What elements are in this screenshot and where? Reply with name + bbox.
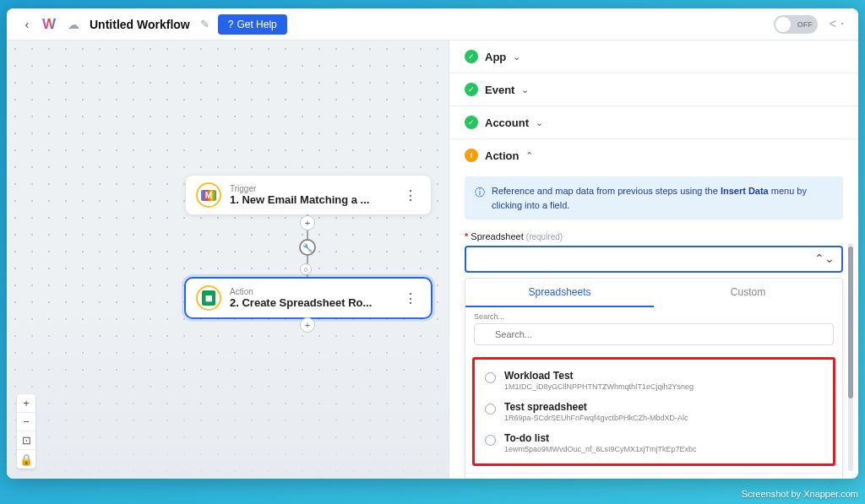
dropdown-option[interactable]: To-do list 1ewm5pao9MWvdOuc_nf_6LsI9CyMX… xyxy=(481,427,826,458)
check-icon: ✓ xyxy=(465,116,478,129)
watermark: Screenshot by Xnapper.com xyxy=(742,489,858,499)
tab-custom[interactable]: Custom xyxy=(654,279,842,307)
publish-toggle[interactable]: OFF xyxy=(774,15,818,34)
dropdown-option[interactable]: Test spreadsheet 1R69pa-SCdrSEUhFnFwqf4g… xyxy=(481,396,826,427)
zoom-fit-button[interactable]: ⊡ xyxy=(17,431,35,450)
tab-spreadsheets[interactable]: Spreadsheets xyxy=(465,279,654,307)
app-window: ‹ W ☁ Untitled Workflow ✎ ? Get Help OFF… xyxy=(7,8,858,479)
info-banner: ⓘ Reference and map data from previous s… xyxy=(465,176,843,219)
app-logo: W xyxy=(42,15,61,34)
toggle-knob xyxy=(775,17,791,32)
warning-icon: ! xyxy=(465,149,478,162)
share-icon[interactable]: <・ xyxy=(830,17,848,32)
radio-icon xyxy=(485,404,496,415)
section-event[interactable]: ✓ Event ⌄ xyxy=(449,73,858,106)
section-app[interactable]: ✓ App ⌄ xyxy=(449,41,858,73)
spreadsheet-dropdown: Spreadsheets Custom Search... 🔍 Workload… xyxy=(465,278,843,479)
dropdown-search-input[interactable] xyxy=(474,323,834,345)
spreadsheet-field: * Spreadsheet (required) ⌃⌄ xyxy=(449,231,858,273)
workflow-title[interactable]: Untitled Workflow xyxy=(90,18,190,31)
section-account[interactable]: ✓ Account ⌄ xyxy=(449,106,858,138)
info-icon: ⓘ xyxy=(475,185,485,212)
node-more-icon[interactable]: ⋮ xyxy=(400,187,421,203)
edit-icon[interactable]: ✎ xyxy=(200,18,209,30)
check-icon: ✓ xyxy=(465,83,478,96)
chevron-up-icon: ⌃ xyxy=(525,150,533,161)
sheets-icon: ▦ xyxy=(196,285,221,311)
node-more-icon[interactable]: ⋮ xyxy=(400,290,421,306)
spreadsheet-input[interactable] xyxy=(465,246,843,273)
radio-icon xyxy=(485,435,496,446)
zoom-out-button[interactable]: − xyxy=(17,413,35,431)
get-help-button[interactable]: ? Get Help xyxy=(218,14,287,35)
lock-icon[interactable]: 🔒 xyxy=(17,450,35,469)
zoom-controls: + − ⊡ 🔒 xyxy=(17,394,35,469)
scrollbar[interactable] xyxy=(848,243,853,471)
gmail-icon: M xyxy=(196,182,221,208)
canvas[interactable]: M Trigger 1. New Email Matching a ... ⋮ … xyxy=(7,41,449,479)
cloud-icon: ☁ xyxy=(68,18,79,31)
highlighted-options: Workload Test 1M1IDC_iD8yGCllNPPHTNTZWhm… xyxy=(472,357,835,466)
config-panel: ✓ App ⌄ ✓ Event ⌄ ✓ Account ⌄ ! Action ⌃ xyxy=(449,41,858,479)
chevron-down-icon: ⌄ xyxy=(536,117,543,128)
scrollbar-thumb[interactable] xyxy=(848,247,853,398)
add-step-top-icon[interactable]: + xyxy=(300,215,315,230)
step-settings-icon[interactable]: 🔧 xyxy=(299,239,316,256)
help-icon: ? xyxy=(228,19,234,30)
check-icon: ✓ xyxy=(465,50,478,63)
top-bar: ‹ W ☁ Untitled Workflow ✎ ? Get Help OFF… xyxy=(7,8,858,41)
add-step-bottom-icon[interactable]: + xyxy=(300,317,315,333)
back-button[interactable]: ‹ xyxy=(17,14,37,35)
add-step-mid-icon[interactable]: ○ xyxy=(300,263,312,275)
trigger-node[interactable]: M Trigger 1. New Email Matching a ... ⋮ xyxy=(186,176,431,214)
chevron-down-icon: ⌄ xyxy=(521,84,529,95)
radio-icon xyxy=(485,372,496,383)
dropdown-option[interactable]: Workload Test 1M1IDC_iD8yGCllNPPHTNTZWhm… xyxy=(481,365,826,396)
action-node[interactable]: ▦ Action 2. Create Spreadsheet Ro... ⋮ xyxy=(186,279,431,317)
zoom-in-button[interactable]: + xyxy=(17,394,35,413)
chevron-down-icon: ⌄ xyxy=(513,51,520,62)
main-area: M Trigger 1. New Email Matching a ... ⋮ … xyxy=(7,41,858,479)
section-action[interactable]: ! Action ⌃ xyxy=(449,139,858,171)
